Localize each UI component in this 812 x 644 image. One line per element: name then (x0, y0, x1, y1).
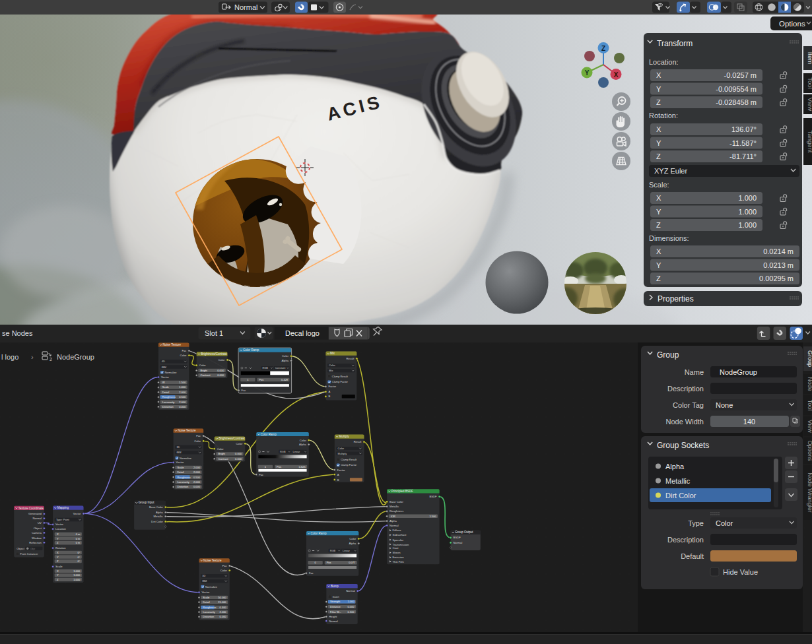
svg-text:se Nodes: se Nodes (2, 329, 33, 337)
svg-text:Description: Description (667, 385, 704, 393)
svg-text:-11.587°: -11.587° (729, 139, 757, 147)
svg-text:0.0214 m: 0.0214 m (763, 247, 794, 255)
svg-text:Dirt Color: Dirt Color (665, 492, 696, 499)
svg-text:Group: Group (657, 350, 679, 360)
svg-text:Y: Y (656, 139, 661, 147)
svg-text:Options: Options (779, 20, 805, 28)
svg-text:Z: Z (656, 274, 661, 282)
svg-text:X: X (656, 194, 661, 202)
svg-text:Item: Item (807, 52, 812, 65)
svg-text:-0.028458 m: -0.028458 m (716, 98, 757, 106)
svg-text:-0.0257 m: -0.0257 m (724, 71, 757, 79)
svg-text:Tool: Tool (807, 77, 812, 88)
svg-text:Y: Y (656, 261, 661, 269)
svg-text:Node Wrangler: Node Wrangler (807, 472, 812, 512)
svg-text:Z: Z (656, 98, 661, 106)
svg-text:XYZ Euler: XYZ Euler (654, 167, 687, 175)
svg-text:136.07°: 136.07° (731, 125, 757, 133)
svg-text:Y: Y (656, 85, 661, 93)
svg-text:Tool: Tool (807, 400, 812, 411)
svg-text:0.0213 m: 0.0213 m (763, 261, 794, 269)
svg-text:Group: Group (807, 350, 812, 367)
svg-text:1.000: 1.000 (738, 221, 757, 229)
svg-text:Tangent: Tangent (807, 131, 812, 153)
svg-text:X: X (656, 71, 661, 79)
svg-text:Z: Z (656, 152, 661, 160)
svg-text:140: 140 (743, 418, 755, 426)
svg-text:-0.009554 m: -0.009554 m (716, 85, 757, 93)
svg-text:Y: Y (656, 208, 661, 216)
svg-text:Default: Default (681, 552, 704, 560)
svg-text:Options: Options (807, 440, 812, 461)
svg-text:-81.711°: -81.711° (729, 152, 757, 160)
svg-text:None: None (716, 401, 733, 409)
svg-text:Group Sockets: Group Sockets (657, 441, 709, 450)
svg-text:Metallic: Metallic (665, 477, 691, 485)
svg-text:Node: Node (807, 377, 812, 391)
svg-text:Color: Color (716, 519, 733, 527)
svg-text:Color Tag: Color Tag (673, 401, 704, 409)
svg-text:View: View (807, 420, 812, 433)
svg-text:Dimensions:: Dimensions: (649, 234, 689, 242)
svg-text:Decal logo: Decal logo (285, 329, 320, 337)
svg-text:1.000: 1.000 (738, 194, 757, 202)
svg-text:Alpha: Alpha (665, 463, 685, 470)
svg-text:X: X (656, 125, 661, 133)
svg-text:X: X (656, 247, 661, 255)
svg-text:Name: Name (685, 368, 704, 376)
svg-text:Description: Description (667, 536, 704, 544)
svg-text:Z: Z (656, 221, 661, 229)
svg-text:Node Width: Node Width (666, 418, 704, 426)
svg-text:0.00295 m: 0.00295 m (759, 274, 794, 282)
svg-text:Scale:: Scale: (649, 181, 669, 189)
svg-text:Properties: Properties (658, 294, 694, 304)
svg-text:Hide Value: Hide Value (723, 568, 758, 576)
svg-text:1.000: 1.000 (738, 208, 757, 216)
svg-text:Transform: Transform (657, 39, 693, 48)
svg-text:Rotation:: Rotation: (649, 112, 678, 119)
svg-text:Location:: Location: (649, 58, 679, 66)
svg-text:Slot 1: Slot 1 (205, 329, 223, 337)
svg-text:NodeGroup: NodeGroup (720, 368, 757, 376)
svg-text:Type: Type (688, 519, 704, 527)
svg-text:View: View (807, 98, 812, 112)
